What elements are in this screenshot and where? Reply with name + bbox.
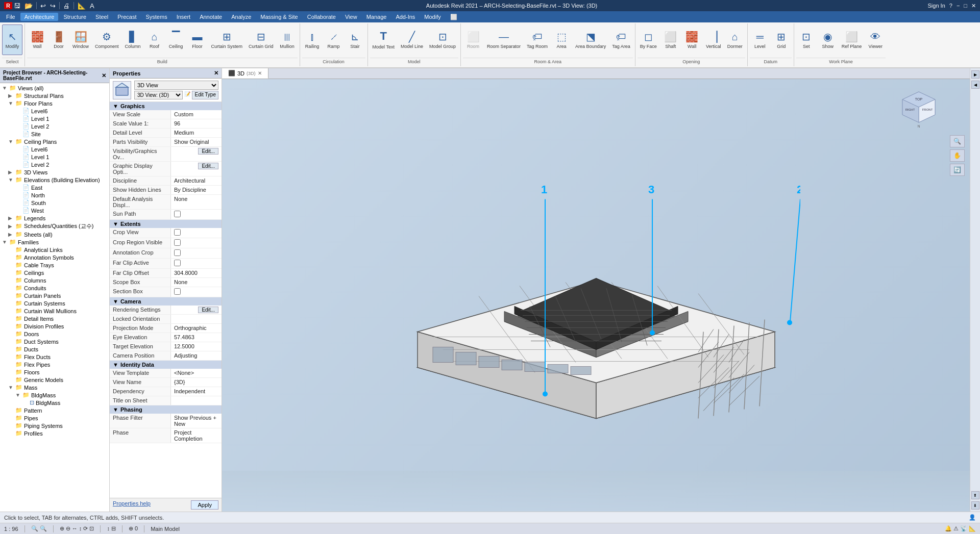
viewport-canvas[interactable]: TOP FRONT RIGHT N 🔍 ✋ 🔄 — [222, 79, 970, 512]
ribbon-btn-column[interactable]: ▋ Column — [122, 24, 143, 55]
nav-orbit-btn[interactable]: 🔄 — [950, 164, 965, 176]
menu-precast[interactable]: Precast — [113, 13, 140, 21]
new-btn[interactable]: 🖫 — [12, 2, 22, 10]
tree-item[interactable]: ▼📁Mass — [1, 384, 108, 391]
print-btn[interactable]: 🖨 — [62, 2, 71, 10]
tree-item[interactable]: 📁Analytical Links — [1, 246, 108, 253]
ribbon-btn-curtain-system[interactable]: ⊞ Curtain System — [209, 24, 246, 55]
tree-item[interactable]: ▼📁Families — [1, 238, 108, 246]
tree-item[interactable]: ▶📁Sheets (all) — [1, 231, 108, 238]
sidebar-right-btn-2[interactable]: ◀ — [971, 81, 979, 89]
tree-item[interactable]: ▼📁Ceiling Plans — [1, 138, 108, 145]
ribbon-btn-model-text[interactable]: T Model Text — [370, 24, 397, 55]
sign-in-btn[interactable]: Sign In — [928, 3, 945, 9]
ribbon-btn-ceiling[interactable]: ▔ Ceiling — [166, 24, 186, 55]
maximize-btn[interactable]: □ — [964, 3, 967, 9]
ribbon-btn-area[interactable]: ⬚ Area — [551, 24, 572, 55]
ribbon-btn-level[interactable]: ═ Level — [750, 24, 770, 55]
menu-manage[interactable]: Manage — [362, 13, 391, 21]
tree-item[interactable]: 📁Curtain Panels — [1, 292, 108, 299]
tree-item[interactable]: 📄Level 1 — [1, 153, 108, 161]
edit-type-btn[interactable]: Edit Type — [192, 91, 218, 99]
menu-file[interactable]: File — [2, 13, 19, 21]
sidebar-right-btn-4[interactable]: ⬇ — [971, 501, 979, 510]
ribbon-btn-viewer[interactable]: 👁 Viewer — [865, 24, 886, 55]
minimize-btn[interactable]: − — [957, 3, 960, 9]
menu-annotate[interactable]: Annotate — [195, 13, 226, 21]
menu-systems[interactable]: Systems — [141, 13, 171, 21]
tree-item[interactable]: 📁Generic Models — [1, 376, 108, 384]
tree-item[interactable]: ▶📁Schedules/Quantities (교수) — [1, 222, 108, 231]
ribbon-btn-railing[interactable]: ⫿ Railing — [302, 24, 323, 55]
tree-item[interactable]: 📄North — [1, 191, 108, 199]
sidebar-right-btn-3[interactable]: ⬆ — [971, 491, 979, 499]
tree-item[interactable]: 📁Annotation Symbols — [1, 253, 108, 261]
props-checkbox[interactable] — [174, 239, 181, 246]
ribbon-btn-stair[interactable]: ⊾ Stair — [345, 24, 365, 55]
tree-item[interactable]: 📄Level 2 — [1, 122, 108, 130]
ribbon-btn-grid[interactable]: ⊞ Grid — [771, 24, 792, 55]
ribbon-btn-component[interactable]: ⚙ Component — [92, 24, 121, 55]
props-edit-button[interactable]: Edit... — [198, 307, 218, 313]
tab-close-btn[interactable]: ✕ — [258, 70, 262, 76]
redo-btn[interactable]: ↪ — [48, 2, 57, 10]
ribbon-btn-wall[interactable]: 🧱 Wall — [27, 24, 47, 55]
tree-item[interactable]: 📁Curtain Wall Mullions — [1, 307, 108, 315]
tree-item[interactable]: 📄Level 2 — [1, 161, 108, 168]
apply-button[interactable]: Apply — [191, 500, 218, 510]
tree-item[interactable]: 📁Detail Items — [1, 315, 108, 322]
viewport-tab-3d[interactable]: ⬛ 3D (3D) ✕ — [222, 68, 268, 79]
tree-item[interactable]: 📄South — [1, 199, 108, 207]
tree-item[interactable]: 📁Duct Systems — [1, 338, 108, 345]
tree-item[interactable]: ⊡BldgMass — [1, 399, 108, 406]
properties-close[interactable]: ✕ — [214, 70, 218, 77]
tree-item[interactable]: 📁Flex Pipes — [1, 361, 108, 368]
nav-zoom-btn[interactable]: 🔍 — [950, 135, 965, 147]
tree-item[interactable]: ▼📁BldgMass — [1, 391, 108, 399]
help-btn[interactable]: ? — [949, 3, 952, 9]
tree-item[interactable]: 📁Piping Systems — [1, 422, 108, 429]
ribbon-btn-dormer[interactable]: ⌂ Dormer — [725, 24, 745, 55]
ribbon-btn-door[interactable]: 🚪 Door — [48, 24, 69, 55]
menu-architecture[interactable]: Architecture — [20, 13, 59, 21]
ribbon-btn-window[interactable]: 🪟 Window — [70, 24, 91, 55]
type-dropdown[interactable]: 3D View — [134, 81, 218, 90]
tree-item[interactable]: 📁Ceilings — [1, 269, 108, 276]
open-btn[interactable]: 📂 — [23, 2, 34, 10]
ribbon-btn-floor[interactable]: ▬ Floor — [187, 24, 208, 55]
ribbon-btn-area-boundary[interactable]: ⬔ Area Boundary — [573, 24, 608, 55]
tree-item[interactable]: 📁Columns — [1, 276, 108, 284]
menu-view[interactable]: View — [341, 13, 361, 21]
tree-item[interactable]: ▼📁Elevations (Building Elevation) — [1, 176, 108, 184]
tree-item[interactable]: 📁Division Profiles — [1, 322, 108, 330]
ribbon-btn-room[interactable]: ⬜ Room — [463, 24, 483, 55]
tree-item[interactable]: ▶📁3D Views — [1, 168, 108, 176]
menu-structure[interactable]: Structure — [59, 13, 90, 21]
props-section-header[interactable]: ▼ Extents — [110, 220, 222, 228]
props-edit-button[interactable]: Edit... — [198, 163, 218, 169]
props-checkbox[interactable] — [174, 211, 181, 217]
tree-item[interactable]: 📁Conduits — [1, 284, 108, 292]
tree-item[interactable]: ▶📁Legends — [1, 214, 108, 222]
view-cube[interactable]: TOP FRONT RIGHT N — [898, 89, 939, 130]
tree-item[interactable]: 📁Pattern — [1, 406, 108, 414]
tree-item[interactable]: 📄Site — [1, 130, 108, 138]
ribbon-btn-ref-plane[interactable]: ⬜ Ref Plane — [839, 24, 865, 55]
props-checkbox[interactable] — [174, 288, 181, 295]
menu-massing[interactable]: Massing & Site — [256, 13, 302, 21]
props-section-header[interactable]: ▼ Identity Data — [110, 361, 222, 369]
properties-help-link[interactable]: Properties help — [113, 500, 151, 510]
ribbon-btn-roof[interactable]: ⌂ Roof — [144, 24, 165, 55]
menu-context[interactable]: ⬜ — [446, 13, 461, 21]
tree-item[interactable]: ▼📁Views (all) — [1, 84, 108, 92]
menu-addins[interactable]: Add-Ins — [391, 13, 419, 21]
undo-btn[interactable]: ↩ — [39, 2, 47, 10]
tree-item[interactable]: 📄East — [1, 184, 108, 191]
tree-item[interactable]: 📁Ducts — [1, 345, 108, 353]
close-btn[interactable]: ✕ — [971, 3, 976, 9]
ribbon-btn-tag-room[interactable]: 🏷 Tag Room — [524, 24, 550, 55]
measure-btn[interactable]: 📐 — [76, 2, 87, 10]
sidebar-right-btn-1[interactable]: ▶ — [971, 70, 979, 79]
tree-item[interactable]: 📁Floors — [1, 368, 108, 376]
menu-modify[interactable]: Modify — [420, 13, 445, 21]
